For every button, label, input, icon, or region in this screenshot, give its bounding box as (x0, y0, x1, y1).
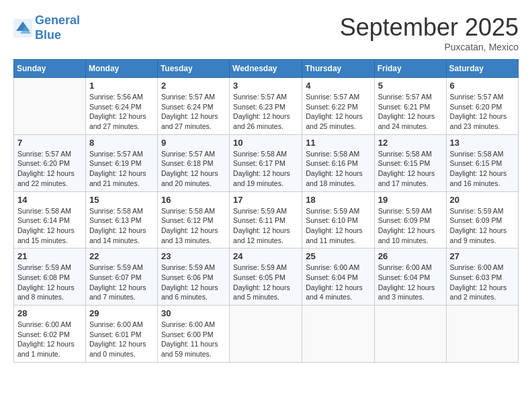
day-number: 28 (17, 308, 82, 318)
day-info: Sunrise: 5:57 AMSunset: 6:18 PMDaylight:… (161, 150, 218, 187)
day-number: 17 (233, 195, 298, 205)
day-number: 12 (378, 138, 443, 148)
calendar-cell: 29 Sunrise: 6:00 AMSunset: 6:01 PMDaylig… (85, 306, 157, 363)
title-block: September 2025 Puxcatan, Mexico (340, 13, 519, 52)
calendar-cell: 5 Sunrise: 5:57 AMSunset: 6:21 PMDayligh… (374, 78, 446, 135)
day-number: 21 (17, 251, 82, 261)
weekday-header-saturday: Saturday (446, 60, 518, 78)
calendar-cell: 23 Sunrise: 5:59 AMSunset: 6:06 PMDaylig… (157, 248, 229, 306)
day-number: 24 (233, 251, 298, 261)
location: Puxcatan, Mexico (340, 42, 519, 52)
weekday-header-monday: Monday (85, 60, 157, 78)
weekday-header-sunday: Sunday (14, 60, 86, 78)
calendar-cell: 7 Sunrise: 5:57 AMSunset: 6:20 PMDayligh… (14, 134, 86, 191)
calendar-cell (446, 306, 518, 363)
day-number: 11 (306, 138, 370, 148)
day-number: 4 (306, 81, 370, 91)
calendar-week-row: 21 Sunrise: 5:59 AMSunset: 6:08 PMDaylig… (14, 248, 519, 306)
calendar-cell (14, 78, 86, 135)
day-number: 23 (161, 251, 226, 261)
calendar-cell: 17 Sunrise: 5:59 AMSunset: 6:11 PMDaylig… (230, 191, 302, 248)
day-info: Sunrise: 5:59 AMSunset: 6:09 PMDaylight:… (450, 207, 507, 244)
day-number: 7 (17, 138, 82, 148)
day-number: 30 (161, 308, 226, 318)
day-number: 18 (306, 195, 370, 205)
day-info: Sunrise: 5:58 AMSunset: 6:12 PMDaylight:… (161, 207, 218, 244)
day-number: 14 (17, 195, 82, 205)
day-number: 27 (450, 251, 515, 261)
day-info: Sunrise: 5:57 AMSunset: 6:23 PMDaylight:… (233, 93, 290, 130)
day-number: 20 (450, 195, 515, 205)
weekday-header-friday: Friday (374, 60, 446, 78)
page-header: General Blue September 2025 Puxcatan, Me… (13, 13, 519, 52)
calendar-cell: 22 Sunrise: 5:59 AMSunset: 6:07 PMDaylig… (85, 248, 157, 306)
calendar-cell: 14 Sunrise: 5:58 AMSunset: 6:14 PMDaylig… (14, 191, 86, 248)
calendar-cell: 15 Sunrise: 5:58 AMSunset: 6:13 PMDaylig… (85, 191, 157, 248)
day-info: Sunrise: 5:56 AMSunset: 6:24 PMDaylight:… (89, 93, 146, 130)
calendar-cell: 2 Sunrise: 5:57 AMSunset: 6:24 PMDayligh… (157, 78, 229, 135)
day-info: Sunrise: 5:58 AMSunset: 6:15 PMDaylight:… (450, 150, 507, 187)
calendar-cell: 12 Sunrise: 5:58 AMSunset: 6:15 PMDaylig… (374, 134, 446, 191)
weekday-header-row: SundayMondayTuesdayWednesdayThursdayFrid… (14, 60, 519, 78)
day-info: Sunrise: 5:57 AMSunset: 6:20 PMDaylight:… (17, 150, 75, 187)
day-info: Sunrise: 5:57 AMSunset: 6:22 PMDaylight:… (306, 93, 363, 130)
weekday-header-thursday: Thursday (302, 60, 374, 78)
logo: General Blue (13, 13, 80, 42)
day-number: 3 (233, 81, 298, 91)
day-number: 22 (89, 251, 154, 261)
calendar-cell (302, 306, 374, 363)
day-number: 16 (161, 195, 226, 205)
calendar-cell: 20 Sunrise: 5:59 AMSunset: 6:09 PMDaylig… (446, 191, 518, 248)
calendar-cell: 26 Sunrise: 6:00 AMSunset: 6:04 PMDaylig… (374, 248, 446, 306)
weekday-header-wednesday: Wednesday (230, 60, 302, 78)
day-info: Sunrise: 5:57 AMSunset: 6:24 PMDaylight:… (161, 93, 218, 130)
day-number: 29 (89, 308, 154, 318)
day-info: Sunrise: 5:59 AMSunset: 6:06 PMDaylight:… (161, 263, 218, 301)
calendar-cell: 16 Sunrise: 5:58 AMSunset: 6:12 PMDaylig… (157, 191, 229, 248)
day-info: Sunrise: 5:58 AMSunset: 6:13 PMDaylight:… (89, 207, 146, 244)
day-number: 8 (89, 138, 154, 148)
calendar-week-row: 7 Sunrise: 5:57 AMSunset: 6:20 PMDayligh… (14, 134, 519, 191)
day-info: Sunrise: 5:58 AMSunset: 6:14 PMDaylight:… (17, 207, 75, 244)
calendar-cell: 9 Sunrise: 5:57 AMSunset: 6:18 PMDayligh… (157, 134, 229, 191)
day-info: Sunrise: 5:59 AMSunset: 6:07 PMDaylight:… (89, 263, 146, 301)
day-number: 10 (233, 138, 298, 148)
day-number: 13 (450, 138, 515, 148)
day-info: Sunrise: 5:59 AMSunset: 6:09 PMDaylight:… (378, 207, 435, 244)
day-info: Sunrise: 6:00 AMSunset: 6:04 PMDaylight:… (306, 263, 363, 301)
day-info: Sunrise: 6:00 AMSunset: 6:02 PMDaylight:… (17, 320, 75, 358)
calendar-cell: 24 Sunrise: 5:59 AMSunset: 6:05 PMDaylig… (230, 248, 302, 306)
calendar-week-row: 14 Sunrise: 5:58 AMSunset: 6:14 PMDaylig… (14, 191, 519, 248)
day-info: Sunrise: 5:59 AMSunset: 6:10 PMDaylight:… (306, 207, 363, 244)
day-number: 25 (306, 251, 370, 261)
calendar-cell: 25 Sunrise: 6:00 AMSunset: 6:04 PMDaylig… (302, 248, 374, 306)
calendar-cell: 10 Sunrise: 5:58 AMSunset: 6:17 PMDaylig… (230, 134, 302, 191)
calendar-cell: 30 Sunrise: 6:00 AMSunset: 6:00 PMDaylig… (157, 306, 229, 363)
logo-icon (13, 19, 32, 38)
day-info: Sunrise: 5:59 AMSunset: 6:08 PMDaylight:… (17, 263, 75, 301)
day-info: Sunrise: 6:00 AMSunset: 6:01 PMDaylight:… (89, 320, 146, 358)
day-info: Sunrise: 5:58 AMSunset: 6:15 PMDaylight:… (378, 150, 435, 187)
day-info: Sunrise: 6:00 AMSunset: 6:04 PMDaylight:… (378, 263, 435, 301)
calendar-cell: 27 Sunrise: 6:00 AMSunset: 6:03 PMDaylig… (446, 248, 518, 306)
calendar-cell (374, 306, 446, 363)
calendar-cell: 13 Sunrise: 5:58 AMSunset: 6:15 PMDaylig… (446, 134, 518, 191)
logo-text: General Blue (35, 13, 80, 42)
calendar-cell: 6 Sunrise: 5:57 AMSunset: 6:20 PMDayligh… (446, 78, 518, 135)
day-number: 5 (378, 81, 443, 91)
day-info: Sunrise: 5:57 AMSunset: 6:19 PMDaylight:… (89, 150, 146, 187)
day-info: Sunrise: 5:58 AMSunset: 6:17 PMDaylight:… (233, 150, 290, 187)
calendar-week-row: 28 Sunrise: 6:00 AMSunset: 6:02 PMDaylig… (14, 306, 519, 363)
day-info: Sunrise: 6:00 AMSunset: 6:00 PMDaylight:… (161, 320, 218, 358)
day-number: 19 (378, 195, 443, 205)
calendar-cell (230, 306, 302, 363)
day-number: 2 (161, 81, 226, 91)
calendar-cell: 3 Sunrise: 5:57 AMSunset: 6:23 PMDayligh… (230, 78, 302, 135)
calendar-cell: 18 Sunrise: 5:59 AMSunset: 6:10 PMDaylig… (302, 191, 374, 248)
calendar-week-row: 1 Sunrise: 5:56 AMSunset: 6:24 PMDayligh… (14, 78, 519, 135)
calendar-cell: 1 Sunrise: 5:56 AMSunset: 6:24 PMDayligh… (85, 78, 157, 135)
weekday-header-tuesday: Tuesday (157, 60, 229, 78)
day-info: Sunrise: 5:59 AMSunset: 6:05 PMDaylight:… (233, 263, 290, 301)
day-info: Sunrise: 5:59 AMSunset: 6:11 PMDaylight:… (233, 207, 290, 244)
calendar-table: SundayMondayTuesdayWednesdayThursdayFrid… (13, 59, 519, 363)
